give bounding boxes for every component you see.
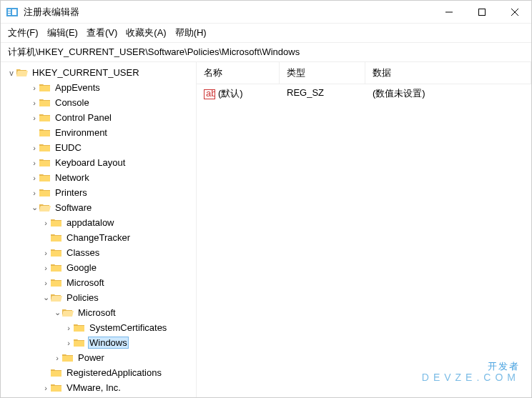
tree-item-label: AppEvents xyxy=(54,82,102,93)
folder-icon xyxy=(39,98,51,108)
app-icon xyxy=(6,6,18,18)
tree-item[interactable]: ›Control Panel xyxy=(1,110,196,125)
string-value-icon: ab xyxy=(204,89,215,99)
main-area: vHKEY_CURRENT_USER›AppEvents›Console›Con… xyxy=(1,62,531,398)
tree-item[interactable]: ›VMware, Inc. xyxy=(1,380,196,395)
folder-icon xyxy=(51,263,62,273)
folder-icon xyxy=(39,188,51,198)
tree-item-root[interactable]: vHKEY_CURRENT_USER xyxy=(1,65,196,80)
tree-item-label: RegisteredApplications xyxy=(65,367,163,378)
svg-rect-6 xyxy=(479,9,486,15)
chevron-right-icon[interactable]: › xyxy=(64,324,74,332)
chevron-down-icon[interactable]: ⌄ xyxy=(29,203,39,212)
tree-item-label: Google xyxy=(65,262,98,273)
tree-item-label: Console xyxy=(54,97,91,108)
chevron-right-icon[interactable]: › xyxy=(29,174,39,182)
value-type: REG_SZ xyxy=(280,84,365,103)
titlebar: 注册表编辑器 xyxy=(1,1,531,24)
folder-open-icon xyxy=(51,293,62,303)
tree-item[interactable]: RegisteredApplications xyxy=(1,365,196,380)
folder-open-icon xyxy=(16,68,28,78)
chevron-down-icon[interactable]: ⌄ xyxy=(52,308,62,317)
value-row[interactable]: ab(默认)REG_SZ(数值未设置) xyxy=(197,84,531,103)
close-button[interactable] xyxy=(498,1,531,24)
menu-edit[interactable]: 编辑(E) xyxy=(47,26,78,39)
folder-icon xyxy=(39,173,51,183)
chevron-right-icon[interactable]: › xyxy=(29,84,39,92)
chevron-right-icon[interactable]: › xyxy=(64,339,74,347)
folder-icon xyxy=(51,278,62,288)
folder-icon xyxy=(51,368,62,378)
chevron-right-icon[interactable]: › xyxy=(29,99,39,107)
tree-item-label: Environment xyxy=(54,127,109,138)
chevron-right-icon[interactable]: › xyxy=(52,354,62,362)
chevron-right-icon[interactable]: › xyxy=(29,144,39,152)
folder-icon xyxy=(51,218,62,228)
tree-item-label: Policies xyxy=(65,292,100,303)
tree-item[interactable]: ›Console xyxy=(1,95,196,110)
values-pane: 名称 类型 数据 ab(默认)REG_SZ(数值未设置) xyxy=(197,62,531,398)
tree-item[interactable]: ›AppEvents xyxy=(1,80,196,95)
folder-icon xyxy=(51,248,62,258)
menu-file[interactable]: 文件(F) xyxy=(8,26,39,39)
tree-item-label: Control Panel xyxy=(54,112,113,123)
address-bar[interactable]: 计算机\HKEY_CURRENT_USER\Software\Policies\… xyxy=(1,43,531,62)
tree-item[interactable]: ›Classes xyxy=(1,245,196,260)
tree-item[interactable]: ›Google xyxy=(1,260,196,275)
tree-item[interactable]: ›Network xyxy=(1,170,196,185)
chevron-right-icon[interactable]: › xyxy=(29,189,39,197)
chevron-right-icon[interactable]: › xyxy=(41,264,51,272)
chevron-right-icon[interactable]: › xyxy=(29,114,39,122)
folder-open-icon xyxy=(39,203,51,213)
folder-icon xyxy=(39,128,51,138)
tree-item-label: Classes xyxy=(65,247,101,258)
tree-item[interactable]: ›Printers xyxy=(1,185,196,200)
tree-item[interactable]: ›Wow6432Node xyxy=(1,395,196,398)
tree-item[interactable]: ›Windows xyxy=(1,335,196,350)
tree-item[interactable]: ›Keyboard Layout xyxy=(1,155,196,170)
col-name[interactable]: 名称 xyxy=(197,62,280,84)
col-data[interactable]: 数据 xyxy=(365,62,531,84)
values-header: 名称 类型 数据 xyxy=(197,62,531,84)
tree-item[interactable]: ⌄Microsoft xyxy=(1,305,196,320)
folder-icon xyxy=(39,113,51,123)
tree-item-label: Power xyxy=(77,352,106,363)
svg-rect-3 xyxy=(8,14,11,15)
value-name: (默认) xyxy=(218,88,243,99)
chevron-down-icon[interactable]: v xyxy=(6,69,16,77)
tree-item[interactable]: ›Power xyxy=(1,350,196,365)
menubar: 文件(F) 编辑(E) 查看(V) 收藏夹(A) 帮助(H) xyxy=(1,24,531,43)
tree-item-label: Network xyxy=(54,172,91,183)
tree-item-label: SystemCertificates xyxy=(88,322,168,333)
chevron-right-icon[interactable]: › xyxy=(29,159,39,167)
tree-item[interactable]: ›SystemCertificates xyxy=(1,320,196,335)
chevron-right-icon[interactable]: › xyxy=(41,384,51,392)
tree-item[interactable]: ChangeTracker xyxy=(1,230,196,245)
tree-item[interactable]: ›appdatalow xyxy=(1,215,196,230)
tree-view[interactable]: vHKEY_CURRENT_USER›AppEvents›Console›Con… xyxy=(1,62,197,398)
menu-view[interactable]: 查看(V) xyxy=(87,26,117,39)
col-type[interactable]: 类型 xyxy=(280,62,365,84)
folder-icon xyxy=(39,143,51,153)
tree-item[interactable]: ›Microsoft xyxy=(1,275,196,290)
tree-item-label: Microsoft xyxy=(77,307,117,318)
minimize-button[interactable] xyxy=(433,1,466,24)
folder-open-icon xyxy=(62,308,74,318)
folder-icon xyxy=(62,353,74,363)
tree-item[interactable]: ⌄Software xyxy=(1,200,196,215)
svg-rect-4 xyxy=(12,9,16,15)
tree-item-label: Windows xyxy=(88,337,129,349)
folder-icon xyxy=(39,158,51,168)
chevron-right-icon[interactable]: › xyxy=(41,249,51,257)
menu-help[interactable]: 帮助(H) xyxy=(175,26,207,39)
chevron-down-icon[interactable]: ⌄ xyxy=(41,293,51,302)
chevron-right-icon[interactable]: › xyxy=(41,219,51,227)
chevron-right-icon[interactable]: › xyxy=(41,279,51,287)
tree-item-label: EUDC xyxy=(54,142,83,153)
maximize-button[interactable] xyxy=(466,1,498,24)
tree-item[interactable]: Environment xyxy=(1,125,196,140)
tree-item[interactable]: ⌄Policies xyxy=(1,290,196,305)
svg-rect-1 xyxy=(8,9,11,11)
menu-favorites[interactable]: 收藏夹(A) xyxy=(126,26,166,39)
tree-item[interactable]: ›EUDC xyxy=(1,140,196,155)
